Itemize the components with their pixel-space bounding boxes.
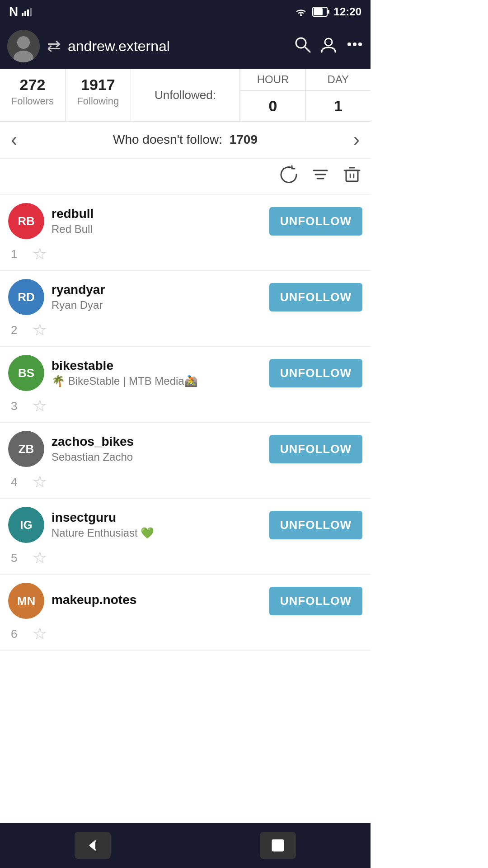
star-icon-5[interactable]: ☆	[33, 624, 47, 643]
search-icon[interactable]	[294, 36, 311, 57]
svg-point-16	[358, 42, 362, 46]
user-meta-4: 5 ☆	[0, 547, 371, 574]
user-rank-4: 5	[11, 551, 27, 565]
user-info-2: bikestable 🌴 BikeStable | MTB Media🚵	[52, 359, 262, 387]
user-item: ZB zachos_bikes Sebastian Zacho UNFOLLOW…	[0, 423, 371, 499]
user-main-5: MN makeup.notes UNFOLLOW	[0, 575, 371, 623]
user-handle-3: zachos_bikes	[52, 434, 262, 449]
user-handle-5: makeup.notes	[52, 593, 262, 607]
user-handle-4: insectguru	[52, 510, 262, 525]
followers-label: Followers	[5, 95, 60, 107]
star-icon-4[interactable]: ☆	[33, 548, 47, 567]
user-avatar-5[interactable]: MN	[8, 583, 44, 619]
user-rank-2: 3	[11, 399, 27, 413]
unfollow-button-3[interactable]: UNFOLLOW	[269, 435, 362, 463]
signal-icon	[22, 8, 33, 16]
status-right: 12:20	[294, 5, 361, 18]
navigation-bar: ‹ Who doesn't follow: 1709 ›	[0, 122, 371, 159]
svg-rect-3	[30, 8, 32, 16]
user-main-1: RD ryandyar Ryan Dyar UNFOLLOW	[0, 271, 371, 319]
nav-text: Who doesn't follow:	[113, 132, 222, 146]
unfollow-button-2[interactable]: UNFOLLOW	[269, 359, 362, 387]
user-meta-0: 1 ☆	[0, 243, 371, 270]
day-header: DAY	[305, 69, 371, 90]
unfollow-button-5[interactable]: UNFOLLOW	[269, 587, 362, 615]
following-count: 1917	[71, 76, 125, 94]
delete-icon[interactable]	[343, 165, 361, 188]
swap-icon[interactable]: ⇄	[47, 37, 61, 56]
user-item: IG insectguru Nature Enthusiast 💚 UNFOLL…	[0, 499, 371, 575]
user-item: RD ryandyar Ryan Dyar UNFOLLOW 2 ☆	[0, 271, 371, 347]
unfollow-button-0[interactable]: UNFOLLOW	[269, 207, 362, 236]
user-meta-5: 6 ☆	[0, 623, 371, 650]
user-info-1: ryandyar Ryan Dyar	[52, 283, 262, 311]
user-main-2: BS bikestable 🌴 BikeStable | MTB Media🚵 …	[0, 347, 371, 395]
user-meta-2: 3 ☆	[0, 395, 371, 422]
refresh-icon[interactable]	[279, 165, 298, 188]
user-handle-2: bikestable	[52, 359, 262, 373]
user-name-2: 🌴 BikeStable | MTB Media🚵	[52, 375, 262, 387]
unfollow-button-4[interactable]: UNFOLLOW	[269, 511, 362, 539]
following-stat: 1917 Following	[66, 69, 131, 121]
unfollowed-label: Unfollowed:	[131, 69, 240, 121]
svg-point-15	[353, 42, 357, 46]
user-item: MN makeup.notes UNFOLLOW 6 ☆	[0, 575, 371, 651]
user-info-3: zachos_bikes Sebastian Zacho	[52, 434, 262, 463]
svg-point-13	[325, 38, 332, 46]
user-item: RB redbull Red Bull UNFOLLOW 1 ☆	[0, 195, 371, 271]
time-display: 12:20	[334, 5, 361, 18]
user-avatar-4[interactable]: IG	[8, 507, 44, 543]
user-avatar[interactable]	[7, 30, 40, 62]
user-avatar-2[interactable]: BS	[8, 355, 44, 391]
star-icon-0[interactable]: ☆	[33, 245, 47, 264]
star-icon-3[interactable]: ☆	[33, 472, 47, 491]
user-avatar-1[interactable]: RD	[8, 279, 44, 315]
wifi-icon	[294, 7, 308, 17]
svg-point-9	[17, 36, 30, 49]
svg-rect-0	[22, 13, 23, 16]
svg-rect-7	[314, 8, 323, 15]
status-left: N	[9, 5, 33, 19]
hour-value: 0	[240, 91, 305, 121]
user-handle-1: ryandyar	[52, 283, 262, 297]
battery-icon	[312, 7, 329, 17]
svg-rect-25	[272, 840, 283, 851]
user-rank-5: 6	[11, 627, 27, 641]
followers-count: 272	[5, 76, 60, 94]
user-info-4: insectguru Nature Enthusiast 💚	[52, 510, 262, 539]
user-rank-0: 1	[11, 247, 27, 261]
day-value: 1	[305, 91, 371, 121]
bottom-nav	[0, 823, 371, 868]
action-bar	[0, 159, 371, 195]
user-avatar-0[interactable]: RB	[8, 203, 44, 239]
back-button[interactable]	[75, 832, 111, 859]
user-name-3: Sebastian Zacho	[52, 451, 262, 463]
profile-icon[interactable]	[320, 36, 337, 57]
star-icon-1[interactable]: ☆	[33, 321, 47, 340]
prev-arrow[interactable]: ‹	[11, 129, 17, 151]
user-item: BS bikestable 🌴 BikeStable | MTB Media🚵 …	[0, 347, 371, 423]
user-avatar-3[interactable]: ZB	[8, 431, 44, 467]
hour-header: HOUR	[240, 69, 305, 90]
stats-left: 272 Followers 1917 Following	[0, 69, 131, 121]
user-handle-0: redbull	[52, 207, 262, 221]
user-main-3: ZB zachos_bikes Sebastian Zacho UNFOLLOW	[0, 423, 371, 471]
home-button[interactable]	[260, 832, 296, 859]
hd-headers: HOUR DAY	[240, 69, 371, 91]
followers-stat: 272 Followers	[0, 69, 66, 121]
star-icon-2[interactable]: ☆	[33, 396, 47, 415]
filter-icon[interactable]	[311, 165, 330, 188]
nav-info: Who doesn't follow: 1709	[113, 132, 258, 147]
stats-section: 272 Followers 1917 Following Unfollowed:…	[0, 69, 371, 122]
top-icons	[294, 36, 363, 57]
svg-line-12	[305, 47, 310, 52]
svg-rect-2	[27, 9, 29, 16]
svg-point-14	[347, 42, 351, 46]
next-arrow[interactable]: ›	[353, 129, 360, 151]
user-info-5: makeup.notes	[52, 593, 262, 609]
following-label: Following	[71, 95, 125, 107]
status-bar: N 12:20	[0, 0, 371, 24]
user-info-0: redbull Red Bull	[52, 207, 262, 236]
unfollow-button-1[interactable]: UNFOLLOW	[269, 283, 362, 311]
more-icon[interactable]	[346, 36, 363, 57]
